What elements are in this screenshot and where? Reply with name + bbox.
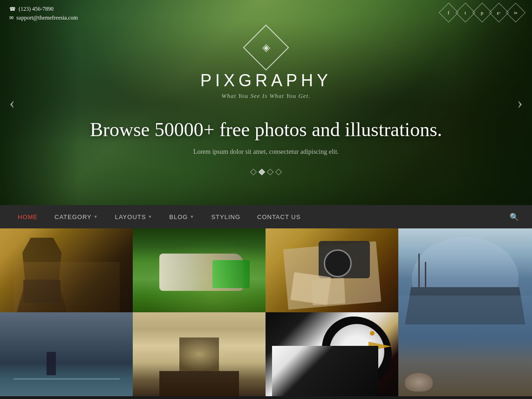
logo-diamond: ◈ bbox=[243, 24, 289, 70]
hero-subtext: Lorem ipsum dolor sit amet, consectetur … bbox=[90, 148, 442, 156]
photo-person-sea[interactable] bbox=[0, 312, 133, 396]
blog-dropdown-arrow: ▼ bbox=[190, 214, 194, 219]
hero-headline: Browse 50000+ free photos and illustrati… bbox=[90, 118, 442, 141]
nav-home[interactable]: HOME bbox=[9, 205, 46, 228]
slider-dots bbox=[90, 170, 442, 174]
email-icon: ✉ bbox=[9, 15, 14, 21]
nav-contact[interactable]: CONTACT US bbox=[249, 205, 309, 228]
slider-dot-2[interactable] bbox=[259, 168, 265, 175]
photo-ship[interactable] bbox=[398, 228, 532, 396]
nav-items: HOME CATEGORY ▼ LAYOUTS ▼ BLOG ▼ STYLING… bbox=[9, 205, 309, 228]
navbar: HOME CATEGORY ▼ LAYOUTS ▼ BLOG ▼ STYLING… bbox=[0, 205, 532, 228]
slider-prev-button[interactable]: ‹ bbox=[9, 93, 15, 112]
slider-dot-4[interactable] bbox=[275, 168, 282, 175]
photo-camera-map[interactable] bbox=[266, 228, 398, 312]
nav-layouts[interactable]: LAYOUTS ▼ bbox=[107, 205, 161, 228]
logo-symbol: ◈ bbox=[262, 41, 270, 54]
slider-dot-1[interactable] bbox=[250, 168, 257, 175]
phone-number: (123) 456-7890 bbox=[19, 6, 54, 13]
photo-grid bbox=[0, 228, 532, 396]
photo-pier[interactable] bbox=[133, 312, 266, 396]
instagram-icon[interactable]: in bbox=[506, 3, 525, 22]
nav-styling[interactable]: STYLING bbox=[203, 205, 249, 228]
nav-category[interactable]: CATEGORY ▼ bbox=[46, 205, 107, 228]
site-tagline: What You See Is What You Get. bbox=[90, 92, 442, 100]
photo-photographer[interactable] bbox=[0, 228, 133, 312]
top-bar: ☎ (123) 456-7890 ✉ support@themefreesia.… bbox=[0, 0, 532, 29]
site-title: PIXGRAPHY bbox=[90, 71, 442, 90]
social-icons-group: f t p g+ in bbox=[442, 6, 523, 20]
slider-next-button[interactable]: › bbox=[517, 93, 523, 112]
hero-content: ◈ PIXGRAPHY What You See Is What You Get… bbox=[90, 31, 442, 174]
photo-sneakers[interactable] bbox=[133, 228, 266, 312]
phone-icon: ☎ bbox=[9, 6, 16, 12]
search-button[interactable]: 🔍 bbox=[506, 213, 523, 221]
contact-info: ☎ (123) 456-7890 ✉ support@themefreesia.… bbox=[9, 6, 78, 23]
layouts-dropdown-arrow: ▼ bbox=[148, 214, 152, 219]
slider-dot-3[interactable] bbox=[267, 168, 273, 175]
category-dropdown-arrow: ▼ bbox=[94, 214, 98, 219]
nav-blog[interactable]: BLOG ▼ bbox=[161, 205, 203, 228]
hero-section: ☎ (123) 456-7890 ✉ support@themefreesia.… bbox=[0, 0, 532, 205]
photo-eagle[interactable] bbox=[266, 312, 398, 396]
email-address: support@themefreesia.com bbox=[16, 14, 78, 21]
